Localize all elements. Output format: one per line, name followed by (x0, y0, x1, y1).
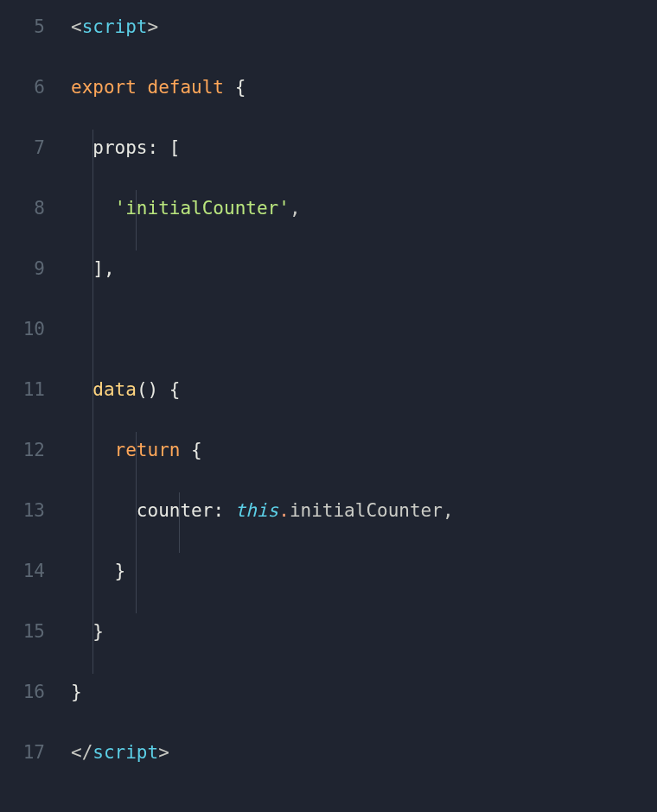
string-literal: 'initialCounter' (115, 198, 290, 219)
angle-bracket: </ (71, 742, 92, 763)
bracket-close: ], (92, 258, 114, 279)
code-line[interactable]: 5 <script> (0, 9, 657, 69)
angle-bracket: < (71, 16, 82, 37)
brace: { (224, 77, 246, 98)
code-line[interactable]: 11 data() { (0, 371, 657, 432)
code-content[interactable] (61, 311, 71, 316)
line-number: 14 (0, 553, 61, 586)
brace-close: } (92, 621, 104, 642)
line-number: 6 (0, 69, 61, 102)
line-number: 17 (0, 734, 61, 767)
code-editor[interactable]: 5 <script> 6 export default { 7 props: [… (0, 9, 657, 795)
brace-close: } (115, 561, 126, 581)
angle-bracket: > (158, 742, 169, 763)
parentheses: () (137, 379, 158, 400)
code-content[interactable]: return { (61, 432, 202, 465)
code-line[interactable]: 9 ], (0, 251, 657, 311)
comma: , (290, 198, 301, 219)
tag-name: script (92, 742, 158, 763)
code-content[interactable]: } (61, 553, 125, 586)
line-number: 11 (0, 371, 61, 404)
comma: , (443, 500, 454, 521)
code-content[interactable]: } (61, 674, 82, 707)
code-line[interactable]: 13 counter: this.initialCounter, (0, 492, 657, 553)
brace: { (158, 379, 180, 400)
brace-close: } (71, 682, 82, 702)
keyword-this: this (235, 500, 279, 521)
line-number: 7 (0, 130, 61, 162)
code-line[interactable]: 15 } (0, 613, 657, 674)
property-name: counter (137, 500, 214, 521)
code-content[interactable]: </script> (61, 734, 169, 767)
code-line[interactable]: 10 (0, 311, 657, 371)
code-line[interactable]: 16 } (0, 674, 657, 734)
method-name: data (92, 379, 137, 400)
line-number: 10 (0, 311, 61, 344)
member-access: initialCounter (290, 500, 443, 521)
code-line[interactable]: 12 return { (0, 432, 657, 492)
colon: : (213, 500, 234, 521)
line-number: 12 (0, 432, 61, 465)
code-content[interactable]: data() { (61, 371, 180, 404)
tag-name: script (82, 16, 148, 37)
brace: { (180, 440, 201, 460)
code-content[interactable]: props: [ (61, 130, 180, 162)
punctuation: : [ (148, 137, 181, 158)
dot-operator: . (278, 500, 290, 521)
property-name: props (92, 137, 147, 158)
code-content[interactable]: } (61, 613, 104, 646)
line-number: 16 (0, 674, 61, 707)
keyword-export: export (71, 77, 137, 98)
angle-bracket: > (148, 16, 159, 37)
code-content[interactable]: export default { (61, 69, 246, 102)
line-number: 15 (0, 613, 61, 646)
code-content[interactable]: counter: this.initialCounter, (61, 492, 454, 525)
line-number: 8 (0, 190, 61, 223)
code-content[interactable]: ], (61, 251, 115, 283)
code-line[interactable]: 8 'initialCounter', (0, 190, 657, 251)
code-line[interactable]: 17 </script> (0, 734, 657, 795)
code-content[interactable]: <script> (61, 9, 158, 41)
line-number: 13 (0, 492, 61, 525)
code-line[interactable]: 6 export default { (0, 69, 657, 130)
line-number: 9 (0, 251, 61, 283)
keyword-return: return (115, 440, 181, 460)
keyword-default: default (148, 77, 225, 98)
line-number: 5 (0, 9, 61, 41)
code-line[interactable]: 7 props: [ (0, 130, 657, 190)
code-line[interactable]: 14 } (0, 553, 657, 613)
code-content[interactable]: 'initialCounter', (61, 190, 301, 223)
